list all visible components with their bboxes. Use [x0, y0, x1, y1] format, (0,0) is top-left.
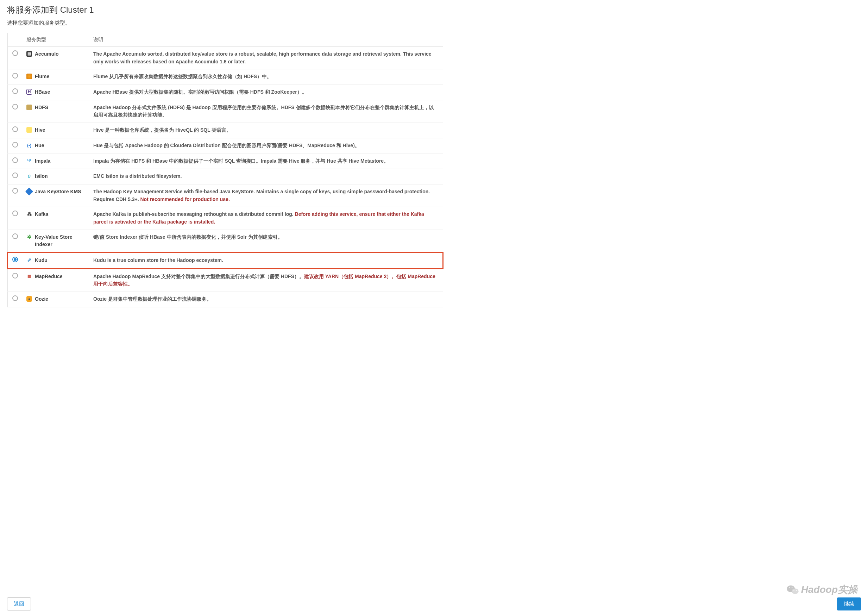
service-name-label: MapReduce [35, 273, 63, 281]
service-desc: Apache HBase 提供对大型数据集的随机、实时的读/写访问权限（需要 H… [89, 85, 443, 100]
service-radio-kudu[interactable] [12, 257, 18, 262]
desc-text: 键/值 Store Indexer 侦听 HBase 中所含表内的数据变化，并使… [93, 234, 283, 240]
oozie-icon: ● [26, 296, 32, 302]
radio-cell[interactable] [8, 169, 23, 185]
radio-cell[interactable] [8, 184, 23, 207]
service-row-kafka[interactable]: ⁂KafkaApache Kafka is publish-subscribe … [8, 207, 443, 229]
radio-cell[interactable] [8, 154, 23, 169]
service-desc: The Apache Accumulo sorted, distributed … [89, 47, 443, 69]
hdfs-icon [26, 105, 32, 110]
desc-text: Oozie 是群集中管理数据处理作业的工作流协调服务。 [93, 296, 212, 302]
service-row-mapreduce[interactable]: ▦MapReduceApache Hadoop MapReduce 支持对整个群… [8, 268, 443, 291]
radio-cell[interactable] [8, 85, 23, 100]
page-title: 将服务添加到 Cluster 1 [7, 4, 443, 16]
service-name-label: Isilon [35, 172, 48, 180]
service-radio-mapreduce[interactable] [12, 273, 18, 279]
service-row-oozie[interactable]: ●OozieOozie 是群集中管理数据处理作业的工作流协调服务。 [8, 292, 443, 307]
service-row-isilon[interactable]: ()IsilonEMC Isilon is a distributed file… [8, 169, 443, 185]
name-cell: ⁂Kafka [22, 207, 89, 229]
service-name-label: HBase [35, 88, 50, 96]
service-row-kms[interactable]: Java KeyStore KMSThe Hadoop Key Manageme… [8, 184, 443, 207]
service-radio-kms[interactable] [12, 188, 18, 194]
radio-cell[interactable] [8, 253, 23, 269]
service-name-label: Accumulo [35, 50, 59, 58]
radio-cell[interactable] [8, 138, 23, 154]
desc-text: Kudu is a true column store for the Hado… [93, 257, 223, 263]
add-service-page: 将服务添加到 Cluster 1 选择您要添加的服务类型。 服务类型 说明 ▤A… [0, 0, 451, 335]
service-name-label: Hive [35, 126, 45, 134]
service-desc: Apache Hadoop MapReduce 支持对整个群集中的大型数据集进行… [89, 268, 443, 291]
radio-cell[interactable] [8, 229, 23, 253]
service-row-hive[interactable]: HiveHive 是一种数据仓库系统，提供名为 HiveQL 的 SQL 类语言… [8, 123, 443, 138]
radio-cell[interactable] [8, 69, 23, 85]
name-cell: ▦MapReduce [22, 268, 89, 291]
kms-icon [25, 188, 33, 196]
name-cell: ΨImpala [22, 154, 89, 169]
accumulo-icon: ▤ [26, 51, 32, 57]
service-desc: Apache Hadoop 分布式文件系统 (HDFS) 是 Hadoop 应用… [89, 100, 443, 122]
service-row-kudu[interactable]: ⇗KuduKudu is a true column store for the… [8, 253, 443, 269]
desc-warning: Not recommended for production use. [140, 197, 229, 202]
isilon-icon: () [26, 173, 32, 179]
service-name-label: Flume [35, 73, 49, 81]
desc-text: Apache Hadoop MapReduce 支持对整个群集中的大型数据集进行… [93, 274, 304, 279]
name-cell: ()Isilon [22, 169, 89, 185]
desc-text: Apache Kafka is publish-subscribe messag… [93, 211, 295, 217]
service-desc: Impala 为存储在 HDFS 和 HBase 中的数据提供了一个实时 SQL… [89, 154, 443, 169]
service-radio-hbase[interactable] [12, 88, 18, 94]
desc-text: The Apache Accumulo sorted, distributed … [93, 51, 431, 64]
name-cell: HHBase [22, 85, 89, 100]
service-name-label: Kafka [35, 211, 48, 218]
service-row-hue[interactable]: (•)HueHue 是与包括 Apache Hadoop 的 Cloudera … [8, 138, 443, 154]
service-radio-kvsi[interactable] [12, 233, 18, 239]
service-radio-impala[interactable] [12, 157, 18, 163]
radio-cell[interactable] [8, 207, 23, 229]
service-row-flume[interactable]: FlumeFlume 从几乎所有来源收集数据并将这些数据聚合到永久性存储（如 H… [8, 69, 443, 85]
service-desc: Apache Kafka is publish-subscribe messag… [89, 207, 443, 229]
service-row-accumulo[interactable]: ▤AccumuloThe Apache Accumulo sorted, dis… [8, 47, 443, 69]
radio-cell[interactable] [8, 47, 23, 69]
name-cell: ⇗Kudu [22, 253, 89, 269]
service-row-kvsi[interactable]: ✲Key-Value Store Indexer键/值 Store Indexe… [8, 229, 443, 253]
service-name-label: Impala [35, 157, 50, 165]
kvsi-icon: ✲ [26, 234, 32, 240]
name-cell: ●Oozie [22, 292, 89, 307]
name-cell: Flume [22, 69, 89, 85]
service-radio-accumulo[interactable] [12, 50, 18, 56]
radio-cell[interactable] [8, 123, 23, 138]
service-radio-oozie[interactable] [12, 295, 18, 301]
col-header-desc: 说明 [89, 33, 443, 47]
kudu-icon: ⇗ [26, 257, 32, 263]
service-row-impala[interactable]: ΨImpalaImpala 为存储在 HDFS 和 HBase 中的数据提供了一… [8, 154, 443, 169]
service-desc: Hue 是与包括 Apache Hadoop 的 Cloudera Distri… [89, 138, 443, 154]
service-radio-hue[interactable] [12, 142, 18, 147]
radio-cell[interactable] [8, 268, 23, 291]
hue-icon: (•) [26, 143, 32, 148]
service-desc: Kudu is a true column store for the Hado… [89, 253, 443, 269]
desc-text: Hue 是与包括 Apache Hadoop 的 Cloudera Distri… [93, 143, 360, 148]
hive-icon [26, 127, 32, 133]
service-desc: EMC Isilon is a distributed filesystem. [89, 169, 443, 185]
service-name-label: Oozie [35, 295, 48, 303]
col-header-type: 服务类型 [22, 33, 89, 47]
service-name-label: Kudu [35, 257, 48, 264]
service-radio-hive[interactable] [12, 126, 18, 132]
desc-text: Hive 是一种数据仓库系统，提供名为 HiveQL 的 SQL 类语言。 [93, 127, 231, 133]
service-row-hdfs[interactable]: HDFSApache Hadoop 分布式文件系统 (HDFS) 是 Hadoo… [8, 100, 443, 122]
name-cell: Java KeyStore KMS [22, 184, 89, 207]
kafka-icon: ⁂ [26, 211, 32, 217]
col-header-radio [8, 33, 23, 47]
service-radio-flume[interactable] [12, 73, 18, 79]
service-desc: Oozie 是群集中管理数据处理作业的工作流协调服务。 [89, 292, 443, 307]
hbase-icon: H [26, 89, 32, 95]
radio-cell[interactable] [8, 292, 23, 307]
desc-text: EMC Isilon is a distributed filesystem. [93, 173, 181, 179]
service-radio-kafka[interactable] [12, 211, 18, 216]
service-radio-isilon[interactable] [12, 172, 18, 178]
service-radio-hdfs[interactable] [12, 104, 18, 110]
service-desc: 键/值 Store Indexer 侦听 HBase 中所含表内的数据变化，并使… [89, 229, 443, 253]
service-name-label: Java KeyStore KMS [35, 188, 81, 196]
service-row-hbase[interactable]: HHBaseApache HBase 提供对大型数据集的随机、实时的读/写访问权… [8, 85, 443, 100]
service-name-label: HDFS [35, 104, 48, 112]
radio-cell[interactable] [8, 100, 23, 122]
